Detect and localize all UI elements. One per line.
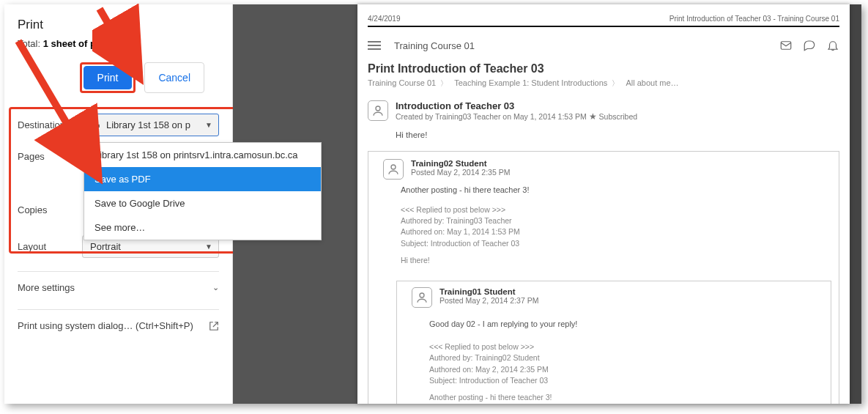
crumb-1[interactable]: Training Course 01 — [368, 78, 436, 87]
reply2-quote-footer: <<< Replied to post below >>> — [429, 403, 823, 404]
chevron-down-icon: ▼ — [205, 121, 212, 129]
more-settings-label: More settings — [18, 282, 75, 293]
avatar — [368, 100, 388, 121]
reply1-body: Another posting - hi there teacher 3! — [376, 180, 831, 199]
reply2-quote-subject: Subject: Introduction of Teacher 03 — [429, 375, 823, 386]
svg-rect-4 — [781, 42, 791, 50]
svg-point-7 — [420, 293, 424, 297]
reply2-body: Good day 02 - I am replying to your repl… — [404, 308, 823, 333]
reply2-meta: Posted May 2, 2014 2:37 PM — [439, 296, 538, 305]
crumb-3[interactable]: All about me… — [626, 78, 678, 87]
avatar — [412, 287, 432, 308]
print-highlight: Print — [80, 62, 136, 93]
pages-label: Pages — [18, 151, 82, 162]
crumb-2[interactable]: Teaching Example 1: Student Introduction… — [454, 78, 607, 87]
breadcrumb: Training Course 01〉 Teaching Example 1: … — [368, 75, 839, 100]
destination-value: Library 1st 158 on p — [106, 119, 190, 130]
destination-label: Destination — [18, 119, 82, 130]
reply1-quote-body: Hi there! — [401, 249, 831, 266]
bell-icon[interactable] — [826, 39, 839, 52]
panel-title: Print — [18, 15, 219, 38]
thread-meta: Created by Training03 Teacher on May 1, … — [396, 112, 587, 121]
reply1-quote-header: <<< Replied to post below >>> — [401, 204, 831, 215]
layout-value: Portrait — [90, 241, 121, 252]
reply2-quote-author: Authored by: Training02 Student — [429, 352, 823, 363]
destination-option-google-drive[interactable]: Save to Google Drive — [84, 191, 321, 215]
mail-icon[interactable] — [779, 39, 793, 52]
avatar — [383, 159, 404, 180]
total-sheets: Total: 1 sheet of paper — [18, 38, 219, 59]
chevron-down-icon: ⌄ — [212, 283, 219, 292]
copies-label: Copies — [18, 204, 82, 215]
reply2-author: Training01 Student — [439, 287, 538, 296]
system-dialog-link[interactable]: Print using system dialog… (Ctrl+Shift+P… — [18, 310, 219, 341]
reply2-quote-header: <<< Replied to post below >>> — [429, 341, 823, 352]
subscribed-label: Subscribed — [599, 112, 638, 121]
preview-page: 4/24/2019 Print Introduction of Teacher … — [357, 4, 850, 404]
printer-icon — [90, 120, 100, 130]
destination-select[interactable]: Library 1st 158 on p ▼ — [82, 114, 219, 136]
chevron-down-icon: ▼ — [205, 243, 212, 251]
reply1-quote-subject: Subject: Introduction of Teacher 03 — [401, 238, 831, 249]
reply2-quote-date: Authored on: May 2, 2014 2:35 PM — [429, 364, 823, 375]
star-icon[interactable]: ★ — [589, 111, 597, 122]
course-name: Training Course 01 — [394, 40, 475, 51]
reply1-quote-date: Authored on: May 1, 2014 1:53 PM — [401, 226, 831, 237]
destination-option-see-more[interactable]: See more… — [84, 215, 321, 240]
preview-doc-title: Print Introduction of Teacher 03 - Train… — [669, 15, 839, 23]
chat-icon[interactable] — [803, 39, 816, 52]
destination-option-save-pdf[interactable]: Save as PDF — [84, 167, 321, 191]
svg-point-6 — [391, 165, 396, 169]
thread-title: Introduction of Teacher 03 — [396, 100, 637, 111]
destination-option-printer[interactable]: Library 1st 158 on printsrv1.intra.camos… — [84, 143, 321, 167]
print-button[interactable]: Print — [84, 66, 133, 89]
total-prefix: Total: — [18, 38, 43, 49]
cancel-button[interactable]: Cancel — [144, 62, 204, 93]
reply1-quote-author: Authored by: Training03 Teacher — [401, 215, 831, 226]
preview-page-title: Print Introduction of Teacher 03 — [368, 58, 839, 75]
thread-body: Hi there! — [368, 122, 839, 139]
reply-container: Training02 Student Posted May 2, 2014 2:… — [368, 151, 839, 404]
destination-dropdown: Library 1st 158 on printsrv1.intra.camos… — [84, 142, 322, 240]
system-dialog-label: Print using system dialog… (Ctrl+Shift+P… — [18, 320, 193, 331]
open-external-icon — [209, 321, 219, 331]
layout-label: Layout — [18, 241, 82, 252]
total-value: 1 sheet of paper — [43, 38, 116, 49]
reply2-quote-body: Another posting - hi there teacher 3! — [429, 386, 823, 403]
preview-date: 4/24/2019 — [368, 15, 401, 23]
print-preview-area: 4/24/2019 Print Introduction of Teacher … — [233, 4, 861, 404]
more-settings[interactable]: More settings ⌄ — [18, 272, 219, 303]
preview-scrollbar[interactable] — [850, 4, 861, 404]
reply1-meta: Posted May 2, 2014 2:35 PM — [411, 168, 510, 177]
hamburger-icon[interactable] — [368, 41, 381, 50]
reply1-author: Training02 Student — [411, 159, 510, 168]
svg-point-5 — [376, 106, 380, 111]
